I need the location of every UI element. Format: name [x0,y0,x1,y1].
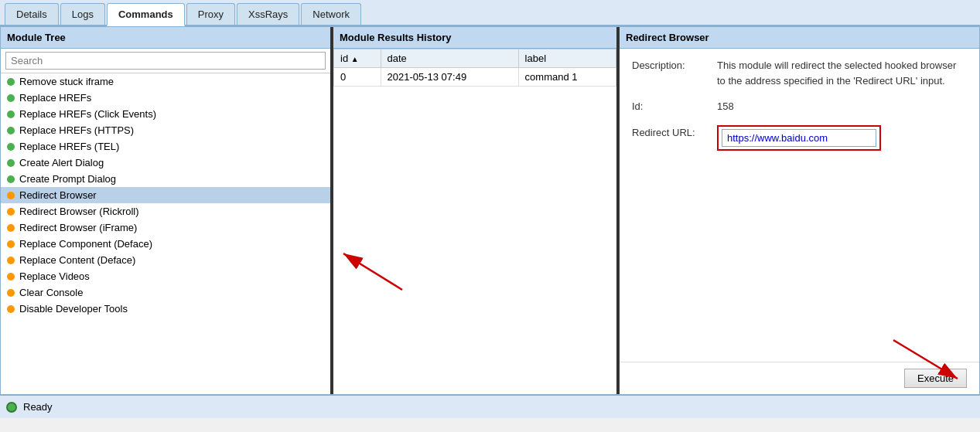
module-label: Replace Component (Deface) [19,238,152,250]
search-box [1,49,330,73]
redirect-url-value [717,125,967,151]
module-label: Replace HREFs (Click Events) [19,108,156,120]
module-item[interactable]: Replace HREFs (Click Events) [1,106,330,122]
module-dot [7,240,15,248]
module-label: Replace HREFs [19,92,91,104]
module-dot [7,94,15,102]
module-label: Replace Content (Deface) [19,254,135,266]
module-item[interactable]: Replace Component (Deface) [1,236,330,252]
description-value: This module will redirect the selected h… [717,58,967,88]
col-label[interactable]: label [518,49,616,68]
table-cell-date: 2021-05-13 07:49 [381,68,518,87]
tab-commands[interactable]: Commands [107,3,185,26]
id-row: Id: 158 [632,99,967,114]
status-label: Ready [23,401,53,413]
module-item[interactable]: Create Prompt Dialog [1,171,330,187]
module-item[interactable]: Replace HREFs (TEL) [1,138,330,155]
tab-bar: Details Logs Commands Proxy XssRays Netw… [0,0,980,26]
id-value: 158 [717,99,967,114]
module-dot [7,127,15,134]
results-table: id date label 02021-05-13 07:49command 1 [333,49,616,87]
col-date[interactable]: date [381,49,518,68]
module-item[interactable]: Create Alert Dialog [1,155,330,171]
module-label: Disable Developer Tools [19,303,128,315]
redirect-url-row: Redirect URL: [632,125,967,151]
module-dot [7,159,15,167]
table-row[interactable]: 02021-05-13 07:49command 1 [334,68,616,87]
right-panel: Redirect Browser Description: This modul… [620,27,979,394]
module-item[interactable]: Replace Content (Deface) [1,252,330,268]
module-dot [7,224,15,232]
table-cell-label: command 1 [518,68,616,87]
module-dot [7,143,15,151]
execute-button[interactable]: Execute [904,369,967,388]
module-label: Replace Videos [19,270,90,282]
main-content: Module Tree Remove stuck iframeReplace H… [0,26,980,395]
module-dot [7,78,15,86]
module-dot [7,273,15,281]
module-dot [7,208,15,216]
module-dot [7,257,15,264]
module-label: Remove stuck iframe [19,76,114,87]
tab-network[interactable]: Network [301,3,361,25]
module-item[interactable]: Disable Developer Tools [1,301,330,317]
module-label: Redirect Browser (Rickroll) [19,206,139,217]
tab-xssrays[interactable]: XssRays [237,3,299,25]
module-item[interactable]: Redirect Browser (iFrame) [1,219,330,236]
tab-logs[interactable]: Logs [60,3,105,25]
table-cell-id: 0 [334,68,381,87]
module-item[interactable]: Remove stuck iframe [1,73,330,90]
redirect-url-label: Redirect URL: [632,125,717,138]
module-dot [7,111,15,118]
module-dot [7,175,15,183]
status-bar: Ready [0,395,980,418]
module-label: Clear Console [19,287,83,298]
module-dot [7,289,15,297]
tab-details[interactable]: Details [5,3,59,25]
module-label: Replace HREFs (TEL) [19,141,119,152]
module-dot [7,192,15,199]
module-label: Replace HREFs (HTTPS) [19,124,134,136]
redirect-url-input[interactable] [722,129,876,147]
module-dot [7,305,15,313]
middle-panel: Module Results History id date label 020… [333,27,620,394]
detail-body: Description: This module will redirect t… [620,49,979,362]
description-row: Description: This module will redirect t… [632,58,967,88]
module-tree-header: Module Tree [1,27,330,49]
module-list: Remove stuck iframeReplace HREFsReplace … [1,73,330,394]
execute-area: Execute [620,362,979,394]
module-label: Create Alert Dialog [19,157,104,168]
module-item[interactable]: Replace Videos [1,268,330,284]
module-label: Redirect Browser [19,189,97,201]
tab-proxy[interactable]: Proxy [186,3,235,25]
module-item[interactable]: Redirect Browser [1,187,330,203]
status-dot [6,402,17,413]
module-item[interactable]: Replace HREFs (HTTPS) [1,122,330,138]
module-item[interactable]: Replace HREFs [1,90,330,106]
module-label: Redirect Browser (iFrame) [19,222,137,233]
module-item[interactable]: Clear Console [1,284,330,301]
left-panel: Module Tree Remove stuck iframeReplace H… [1,27,333,394]
module-item[interactable]: Redirect Browser (Rickroll) [1,203,330,219]
module-label: Create Prompt Dialog [19,173,116,185]
description-label: Description: [632,58,717,71]
redirect-url-box [717,125,881,151]
id-label: Id: [632,99,717,112]
redirect-browser-header: Redirect Browser [620,27,979,49]
col-id[interactable]: id [334,49,381,68]
results-history-header: Module Results History [333,27,616,49]
search-input[interactable] [5,52,326,70]
